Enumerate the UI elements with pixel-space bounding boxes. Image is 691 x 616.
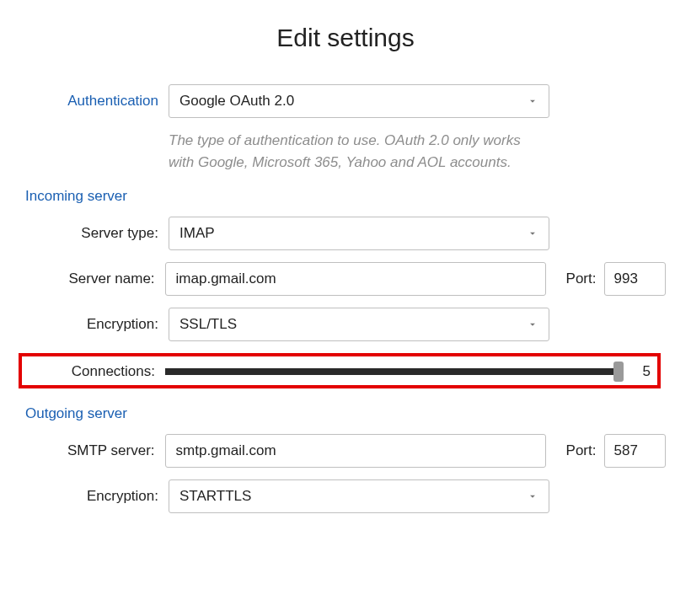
authentication-help-text: The type of authentication to use. OAuth… bbox=[169, 130, 549, 173]
incoming-port-label: Port: bbox=[566, 271, 597, 287]
connections-slider[interactable] bbox=[165, 368, 624, 375]
chevron-down-icon bbox=[527, 490, 538, 502]
smtp-server-value: smtp.gmail.com bbox=[176, 442, 276, 459]
connections-label: Connections: bbox=[25, 363, 165, 380]
outgoing-encryption-select[interactable]: STARTTLS bbox=[169, 479, 549, 513]
authentication-select-value: Google OAuth 2.0 bbox=[179, 93, 527, 110]
server-type-label: Server type: bbox=[25, 225, 169, 242]
outgoing-encryption-value: STARTTLS bbox=[179, 488, 527, 505]
outgoing-port-label: Port: bbox=[566, 442, 597, 459]
outgoing-encryption-label: Encryption: bbox=[25, 488, 169, 505]
authentication-select[interactable]: Google OAuth 2.0 bbox=[169, 84, 549, 118]
server-name-value: imap.gmail.com bbox=[176, 271, 276, 287]
connections-highlight: Connections: 5 bbox=[19, 353, 661, 388]
connections-value: 5 bbox=[635, 363, 651, 380]
server-name-label: Server name: bbox=[25, 271, 165, 287]
outgoing-server-heading: Outgoing server bbox=[25, 405, 666, 422]
server-type-value: IMAP bbox=[179, 225, 527, 242]
server-name-input[interactable]: imap.gmail.com bbox=[165, 262, 546, 296]
authentication-label: Authentication bbox=[25, 93, 169, 110]
page-title: Edit settings bbox=[25, 24, 666, 52]
outgoing-port-input[interactable]: 587 bbox=[604, 434, 666, 468]
outgoing-port-value: 587 bbox=[613, 442, 637, 459]
slider-thumb[interactable] bbox=[613, 362, 624, 382]
incoming-encryption-value: SSL/TLS bbox=[179, 316, 527, 333]
incoming-encryption-label: Encryption: bbox=[25, 316, 169, 333]
incoming-server-heading: Incoming server bbox=[25, 188, 666, 205]
incoming-port-input[interactable]: 993 bbox=[604, 262, 666, 296]
incoming-port-value: 993 bbox=[613, 271, 637, 287]
chevron-down-icon bbox=[527, 319, 538, 330]
incoming-encryption-select[interactable]: SSL/TLS bbox=[169, 308, 549, 341]
smtp-server-label: SMTP server: bbox=[25, 442, 165, 459]
smtp-server-input[interactable]: smtp.gmail.com bbox=[165, 434, 546, 468]
chevron-down-icon bbox=[527, 228, 538, 239]
chevron-down-icon bbox=[527, 95, 538, 107]
server-type-select[interactable]: IMAP bbox=[169, 217, 549, 250]
